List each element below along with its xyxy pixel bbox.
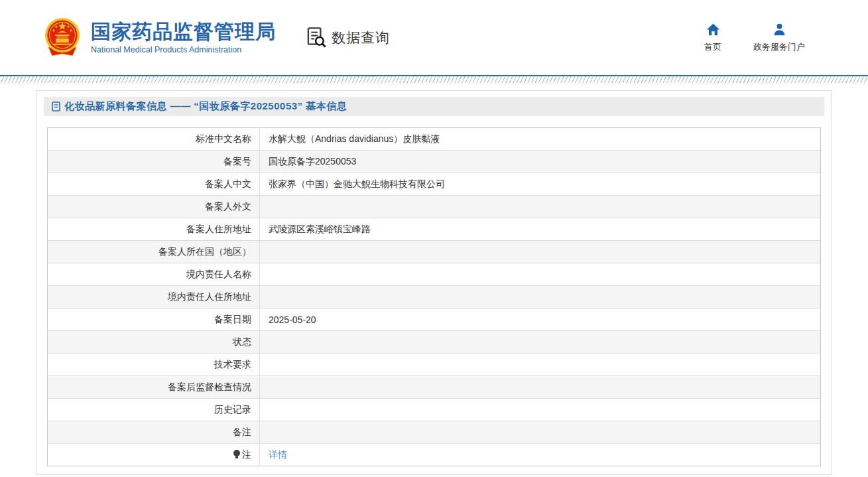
- row-value: 武陵源区索溪峪镇宝峰路: [260, 218, 821, 241]
- row-value: [260, 421, 821, 444]
- table-row: 境内责任人住所地址: [48, 286, 821, 308]
- panel-titlebar: 化妆品新原料备案信息 —— “国妆原备字20250053” 基本信息: [44, 97, 824, 116]
- table-row: 备案人外文: [48, 196, 821, 218]
- nav-home-label: 首页: [704, 41, 721, 53]
- home-icon: [706, 23, 720, 36]
- data-query-entry[interactable]: 数据查询: [306, 27, 390, 48]
- site-logo[interactable]: 国家药品监督管理局 National Medical Products Admi…: [43, 17, 276, 58]
- table-row: 备案后监督检查情况: [48, 376, 821, 399]
- row-value: [260, 286, 821, 308]
- row-value: [260, 376, 821, 399]
- nav-home[interactable]: 首页: [704, 23, 721, 53]
- row-value: [260, 241, 821, 263]
- content-panel: 化妆品新原料备案信息 —— “国妆原备字20250053” 基本信息 标准中文名…: [36, 90, 832, 475]
- row-value: [260, 263, 821, 286]
- table-row: 备案人所在国（地区）: [48, 241, 821, 263]
- national-emblem-icon: [43, 17, 82, 58]
- org-name-zh: 国家药品监督管理局: [91, 21, 276, 43]
- row-label: 技术要求: [48, 354, 260, 376]
- row-value: [260, 399, 821, 421]
- document-search-icon: [306, 27, 328, 48]
- site-header: 国家药品监督管理局 National Medical Products Admi…: [0, 0, 868, 75]
- row-label: 备案日期: [48, 308, 260, 331]
- row-label: 备案号: [48, 151, 260, 173]
- row-value: 2025-05-20: [260, 308, 821, 331]
- bulb-icon: [233, 450, 240, 458]
- row-value: 详情: [260, 444, 821, 466]
- table-row: 境内责任人名称: [48, 263, 821, 286]
- info-table: 标准中文名称水解大鲵（Andrias davidianus）皮肤黏液备案号国妆原…: [47, 127, 821, 466]
- page-icon: [52, 102, 60, 111]
- row-label: 境内责任人住所地址: [48, 286, 260, 308]
- row-label: 备案人中文: [48, 173, 260, 196]
- table-row: 备案日期2025-05-20: [48, 308, 821, 331]
- row-label: 注: [48, 444, 260, 466]
- page-title: 化妆品新原料备案信息 —— “国妆原备字20250053” 基本信息: [64, 100, 347, 113]
- top-nav: 首页 政务服务门户: [704, 23, 805, 53]
- nav-gov-portal-label: 政务服务门户: [753, 41, 805, 53]
- table-row: 历史记录: [48, 399, 821, 421]
- row-value: [260, 331, 821, 354]
- table-row: 状态: [48, 331, 821, 354]
- row-label: 历史记录: [48, 399, 260, 421]
- row-label: 备案人住所地址: [48, 218, 260, 241]
- row-label: 备案人外文: [48, 196, 260, 218]
- row-value: [260, 354, 821, 376]
- header-hatch-band: [0, 76, 868, 83]
- row-value: 张家界（中国）金驰大鲵生物科技有限公司: [260, 173, 821, 196]
- row-label: 标准中文名称: [48, 128, 260, 151]
- table-row: 备注: [48, 421, 821, 444]
- row-value: 国妆原备字20250053: [260, 151, 821, 173]
- table-row: 备案人住所地址武陵源区索溪峪镇宝峰路: [48, 218, 821, 241]
- table-row: 技术要求: [48, 354, 821, 376]
- row-value: 水解大鲵（Andrias davidianus）皮肤黏液: [260, 128, 821, 151]
- row-value: [260, 196, 821, 218]
- row-label: 境内责任人名称: [48, 263, 260, 286]
- org-name-en: National Medical Products Administration: [91, 45, 276, 54]
- detail-link[interactable]: 详情: [269, 449, 287, 460]
- user-icon: [773, 23, 786, 36]
- row-label: 备案人所在国（地区）: [48, 241, 260, 263]
- row-label: 状态: [48, 331, 260, 354]
- table-row: 标准中文名称水解大鲵（Andrias davidianus）皮肤黏液: [48, 128, 821, 151]
- info-table-body: 标准中文名称水解大鲵（Andrias davidianus）皮肤黏液备案号国妆原…: [48, 128, 821, 466]
- data-query-label: 数据查询: [332, 29, 390, 47]
- table-row: 备案人中文张家界（中国）金驰大鲵生物科技有限公司: [48, 173, 821, 196]
- nav-gov-portal[interactable]: 政务服务门户: [753, 23, 805, 53]
- table-row: 备案号国妆原备字20250053: [48, 151, 821, 173]
- row-label: 备注: [48, 421, 260, 444]
- row-label: 备案后监督检查情况: [48, 376, 260, 399]
- table-row: 注详情: [48, 444, 821, 466]
